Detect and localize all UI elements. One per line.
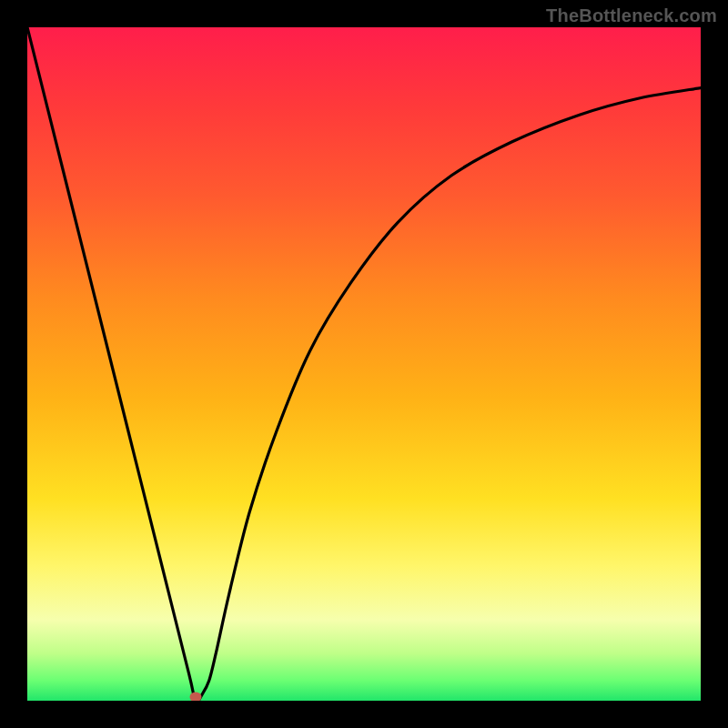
minimum-marker bbox=[190, 693, 202, 702]
bottleneck-curve bbox=[27, 27, 701, 701]
watermark-text: TheBottleneck.com bbox=[546, 5, 717, 26]
plot-area bbox=[27, 27, 701, 701]
curve-svg bbox=[27, 27, 701, 701]
chart-frame: TheBottleneck.com bbox=[0, 0, 728, 728]
